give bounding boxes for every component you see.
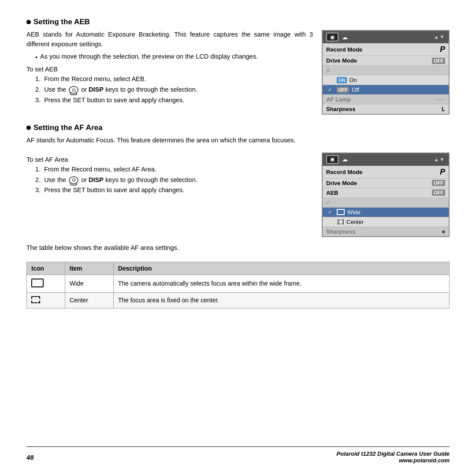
af-aeb-badge: OFF [432,190,445,196]
af-area-table: Icon Item Description Wide The camera au… [26,262,450,309]
af-cam-row-sharpness: Sharpness ■ [323,227,449,236]
table-cell-icon-center [27,292,65,308]
af-nav-icon: ⊙ [69,176,78,184]
table-cell-icon-wide [27,275,65,292]
af-cam-row-record: Record Mode P [323,166,449,178]
aeb-step1: 1. From the Record menu, select AEB. [35,74,313,84]
footer-brand: Polaroid t1232 Digital Camera User Guide… [337,450,450,464]
table-cell-desc-center: The focus area is fixed on the center. [113,292,449,308]
af-step3: 3. Press the SET button to save and appl… [35,186,313,195]
aeb-steps: 1. From the Record menu, select AEB. 2. … [35,74,313,105]
disp-key: DISP [89,86,104,93]
af-table-intro: The table below shows the available AF a… [26,243,450,253]
af-cam-menu-header: ▣ ☁ ▲▼ [323,153,449,166]
cam-row-drive-mode: Drive Mode OFF [323,56,449,65]
col-item: Item [65,262,113,275]
cam-menu-header: ▣ ☁ ▲▼ [323,31,449,43]
cam-row-sharpness: Sharpness L [323,104,449,114]
cam-dropdown-off: ✓ OFF Off [323,85,449,94]
section-af: Setting the AF Area AF stands for Automa… [26,123,450,253]
col-icon: Icon [27,262,65,275]
section-aeb: Setting the AEB AEB stands for Automatic… [26,18,450,115]
cam-nav-arrows: ▲▼ [434,34,445,40]
camera-menu-aeb-widget: ▣ ☁ ▲▼ Record Mode P Drive Mode OFF [322,30,450,115]
cam-row-partial-a: A [323,65,449,75]
brand-line2: www.polaroid.com [337,457,450,464]
camera-menu-aeb: ▣ ☁ ▲▼ Record Mode P Drive Mode OFF [322,30,450,115]
aeb-text-col: AEB stands for Automatic Exposure Bracke… [26,30,313,107]
table-cell-item-center: Center [65,292,113,308]
cam-dropdown-on: ON On [323,75,449,85]
af-cam-scene-icon: ☁ [342,156,348,163]
page-footer: 48 Polaroid t1232 Digital Camera User Gu… [26,446,450,464]
cam-scene-icon: ☁ [342,34,348,41]
aeb-to-set-label: To set AEB [26,66,313,73]
wide-icon [337,209,345,215]
table-header-row: Icon Item Description [27,262,450,275]
table-cell-desc-wide: The camera automatically selects focus a… [113,275,449,292]
aeb-para1: AEB stands for Automatic Exposure Bracke… [26,30,313,49]
af-cam-row-partial: A [323,197,449,207]
camera-menu-af: ▣ ☁ ▲▼ Record Mode P Drive Mode OFF [322,152,450,237]
af-step2: 2. Use the ⊙ or DISP keys to go through … [35,175,313,185]
cam-row-af-lamp: AF Lamp ~~~ [323,94,449,104]
af-dropdown-center: Center [323,217,449,227]
af-text-col: To set AF Area 1. From the Record menu, … [26,152,313,197]
center-frame-icon [31,296,40,303]
bullet-icon [26,20,31,24]
af-steps: 1. From the Record menu, select AF Area.… [35,165,313,195]
aeb-bullet1: • As you move through the selection, the… [35,52,313,63]
cam-mode-icon: ▣ [326,33,338,41]
page: Setting the AEB AEB stands for Automatic… [0,0,476,476]
af-cam-nav-arrows: ▲▼ [434,156,445,163]
camera-menu-af-widget: ▣ ☁ ▲▼ Record Mode P Drive Mode OFF [322,152,450,237]
af-heading: Setting the AF Area [26,123,450,132]
af-cam-row-drive: Drive Mode OFF [323,178,449,188]
af-bullet-icon [26,126,31,130]
aeb-step2: 2. Use the ⊙ or DISP keys to go through … [35,85,313,95]
aeb-heading: Setting the AEB [26,18,450,26]
af-drive-badge: OFF [432,180,445,186]
nav-icon: ⊙ [69,86,78,94]
cam-row-record-mode: Record Mode P [323,43,449,56]
drive-mode-badge: OFF [432,58,445,64]
col-description: Description [113,262,449,275]
brand-line1: Polaroid t1232 Digital Camera User Guide [337,450,450,457]
af-para1: AF stands for Automatic Focus. This feat… [26,136,450,145]
table-row: Wide The camera automatically selects fo… [27,275,450,292]
af-cam-row-aeb: AEB OFF [323,188,449,197]
center-icon [338,219,344,224]
af-to-set-label: To set AF Area [26,156,313,163]
table-cell-item-wide: Wide [65,275,113,292]
af-dropdown-wide: ✓ Wide [323,207,449,217]
af-step1: 1. From the Record menu, select AF Area. [35,165,313,175]
wide-frame-icon [31,279,44,287]
page-number: 48 [26,454,34,461]
af-cam-mode-icon: ▣ [326,155,338,164]
af-disp-key: DISP [89,176,104,183]
aeb-step3: 3. Press the SET button to save and appl… [35,96,313,105]
table-row: Center The focus area is fixed on the ce… [27,292,450,308]
